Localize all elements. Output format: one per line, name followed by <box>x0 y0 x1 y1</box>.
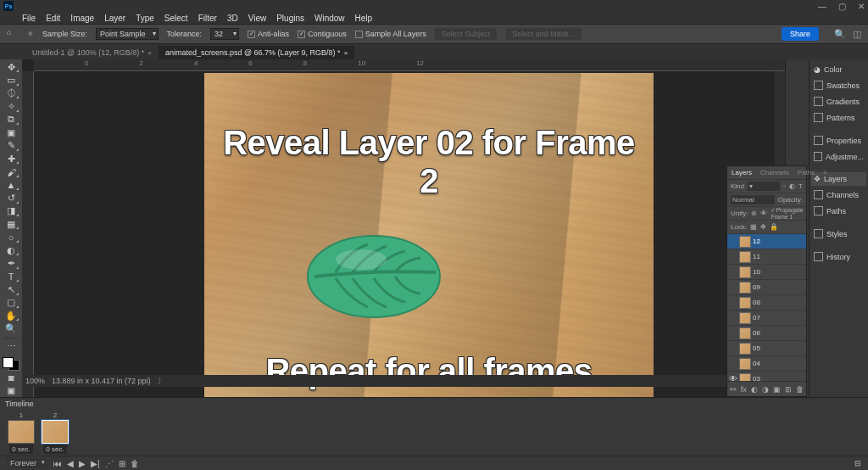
panel-patterns[interactable]: Patterns <box>811 110 866 125</box>
panel-menu-icon[interactable]: ≡ <box>819 167 831 178</box>
panel-channels[interactable]: Channels <box>811 187 866 202</box>
filter-adjust-icon[interactable]: ◐ <box>789 182 795 190</box>
select-subject-button[interactable]: Select Subject <box>435 28 498 40</box>
layer-item[interactable]: 09 <box>727 280 806 295</box>
tab-close-icon[interactable]: × <box>147 49 152 57</box>
lock-position-icon[interactable]: ✥ <box>760 223 766 231</box>
layer-item[interactable]: 05 <box>727 341 806 356</box>
panel-properties[interactable]: Properties <box>811 133 866 148</box>
new-layer-icon[interactable]: ⊞ <box>785 385 792 394</box>
tolerance-input[interactable]: 32 <box>210 28 239 40</box>
document-canvas[interactable]: Reveal Layer 02 for Frame 2 Repeat for a… <box>204 73 654 397</box>
color-swatches[interactable] <box>3 357 19 371</box>
tab-timeline[interactable]: Timeline <box>5 400 34 408</box>
home-icon[interactable]: ⌂ <box>7 28 19 40</box>
unify-position-icon[interactable]: ⊕ <box>751 210 757 217</box>
zoom-tool[interactable]: 🔍 <box>3 322 19 334</box>
filter-type-icon[interactable]: T <box>798 182 803 190</box>
layer-item[interactable]: 12 <box>727 234 806 249</box>
duplicate-frame-icon[interactable]: ⊞ <box>119 459 125 468</box>
menu-plugins[interactable]: Plugins <box>276 14 304 23</box>
quick-mask-icon[interactable]: ◙ <box>3 372 19 383</box>
timeline-frame-2[interactable]: 2 0 sec. <box>41 411 70 454</box>
panel-styles[interactable]: Styles <box>811 227 866 241</box>
close-icon[interactable]: ✕ <box>858 2 865 11</box>
menu-file[interactable]: File <box>22 14 36 23</box>
first-frame-icon[interactable]: ⏮ <box>53 459 62 468</box>
hand-tool[interactable]: ✋ <box>3 310 19 322</box>
new-fill-icon[interactable]: ◑ <box>762 385 769 394</box>
propagate-checkbox[interactable]: Propagate Frame 1 <box>771 207 803 220</box>
crop-tool[interactable]: ⧉ <box>3 114 19 126</box>
menu-type[interactable]: Type <box>136 14 154 23</box>
filter-image-icon[interactable]: ▫ <box>783 182 786 190</box>
anti-alias-checkbox[interactable]: ✓Anti-alias <box>248 30 289 38</box>
history-brush-tool[interactable]: ↺ <box>3 192 19 204</box>
layer-item[interactable]: 👁03 <box>727 372 806 381</box>
document-tab-2[interactable]: animated_screens.psd @ 66.7% (Layer 9, R… <box>159 46 354 59</box>
menu-window[interactable]: Window <box>314 14 345 23</box>
menu-select[interactable]: Select <box>164 14 188 23</box>
zoom-level[interactable]: 100% <box>25 377 45 385</box>
panel-color[interactable]: ◕Color <box>811 63 866 76</box>
marquee-tool[interactable]: ▭ <box>3 74 19 86</box>
dodge-tool[interactable]: ◐ <box>3 244 19 256</box>
loop-select[interactable]: Forever <box>7 458 47 468</box>
panel-history[interactable]: History <box>811 249 866 264</box>
blend-mode-select[interactable]: Normal <box>731 195 775 204</box>
sample-size-select[interactable]: Point Sample <box>96 28 159 40</box>
minimize-icon[interactable]: — <box>818 2 826 11</box>
layer-item[interactable]: 07 <box>727 311 806 326</box>
clone-stamp-tool[interactable]: ▲ <box>3 179 19 191</box>
unify-visibility-icon[interactable]: 👁 <box>760 210 767 217</box>
convert-timeline-icon[interactable]: ⊟ <box>854 459 861 467</box>
layer-item[interactable]: 10 <box>727 265 806 280</box>
eraser-tool[interactable]: ◨ <box>3 205 19 217</box>
panel-adjustments[interactable]: Adjustme... <box>811 149 866 164</box>
tab-close-icon[interactable]: × <box>344 49 348 57</box>
layer-item[interactable]: 11 <box>727 249 806 265</box>
share-button[interactable]: Share <box>782 27 819 41</box>
select-and-mask-button[interactable]: Select and Mask... <box>505 28 581 40</box>
prev-frame-icon[interactable]: ◀ <box>67 459 74 468</box>
frame-duration[interactable]: 0 sec. <box>43 445 66 454</box>
tab-channels[interactable]: Channels <box>756 167 793 178</box>
layer-item[interactable]: 04 <box>727 356 806 372</box>
menu-3d[interactable]: 3D <box>227 14 238 23</box>
frame-thumbnail[interactable] <box>8 420 35 444</box>
blur-tool[interactable]: ○ <box>3 231 19 243</box>
layer-mask-icon[interactable]: ◐ <box>751 385 758 394</box>
move-tool[interactable]: ✥ <box>3 61 19 73</box>
document-tab-1[interactable]: Untitled-1 @ 100% (12, RGB/8) *× <box>25 46 159 59</box>
layer-item[interactable]: 08 <box>727 295 806 311</box>
layer-style-icon[interactable]: fx <box>741 385 747 394</box>
timeline-frame-1[interactable]: 1 0 sec. <box>7 411 36 454</box>
type-tool[interactable]: T <box>3 271 19 283</box>
panel-swatches[interactable]: Swatches <box>811 78 866 92</box>
healing-brush-tool[interactable]: ✚ <box>3 153 19 165</box>
play-icon[interactable]: ▶ <box>79 459 86 468</box>
new-group-icon[interactable]: ▣ <box>773 385 781 394</box>
menu-filter[interactable]: Filter <box>198 14 217 23</box>
wand-tool-icon[interactable]: ✧ <box>27 30 34 38</box>
menu-image[interactable]: Image <box>70 14 94 23</box>
sample-all-layers-checkbox[interactable]: Sample All Layers <box>355 30 426 38</box>
visibility-toggle[interactable]: 👁 <box>729 374 737 381</box>
brush-tool[interactable]: 🖌 <box>3 165 19 177</box>
path-selection-tool[interactable]: ↖ <box>3 283 19 295</box>
foreground-color-swatch[interactable] <box>3 357 14 368</box>
lasso-tool[interactable]: ⏀ <box>3 87 19 99</box>
screen-mode-icon[interactable]: ▣ <box>3 385 19 397</box>
delete-frame-icon[interactable]: 🗑 <box>131 459 139 468</box>
tab-paths[interactable]: Paths <box>793 167 819 178</box>
delete-layer-icon[interactable]: 🗑 <box>796 385 804 394</box>
lock-all-icon[interactable]: 🔒 <box>770 223 778 231</box>
menu-help[interactable]: Help <box>355 14 373 23</box>
workspace-icon[interactable]: ◫ <box>853 29 861 40</box>
layer-item[interactable]: 06 <box>727 326 806 341</box>
link-layers-icon[interactable]: ⚯ <box>730 385 737 394</box>
kind-filter-select[interactable]: ▾ <box>748 182 780 191</box>
frame-duration[interactable]: 0 sec. <box>9 445 32 454</box>
frame-thumbnail[interactable] <box>42 420 69 444</box>
ruler-vertical[interactable] <box>22 71 34 397</box>
